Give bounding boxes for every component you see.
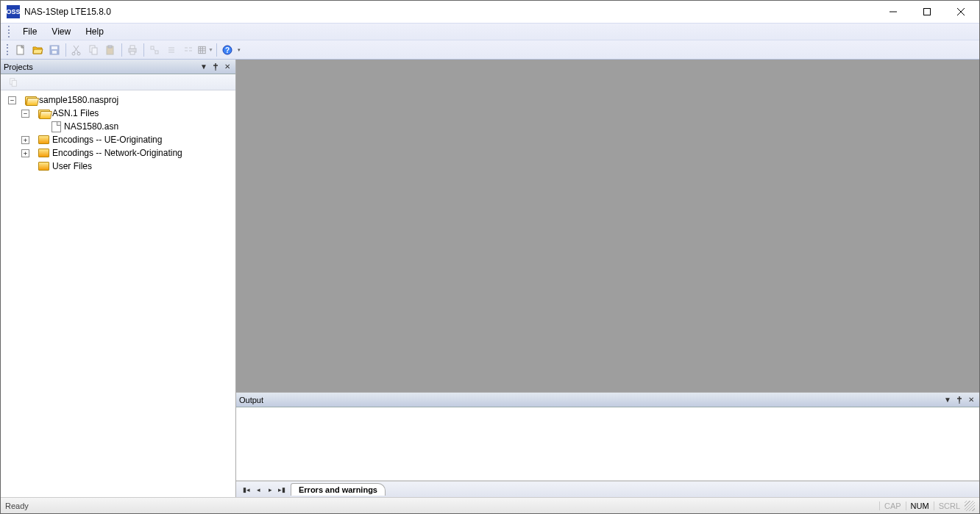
tool-grid-icon[interactable]: ▼ xyxy=(197,42,213,58)
output-pin-icon[interactable] xyxy=(954,395,965,405)
tree-item[interactable]: User Files xyxy=(2,160,234,173)
folder-closed-icon xyxy=(38,149,49,157)
tree-item-label: ASN.1 Files xyxy=(52,108,99,118)
cut-icon[interactable] xyxy=(68,42,85,58)
folder-closed-icon xyxy=(38,135,49,144)
tree-item[interactable]: +Encodings -- UE-Originating xyxy=(2,133,234,146)
panel-dropdown-icon[interactable]: ▼ xyxy=(199,62,209,72)
menu-file[interactable]: File xyxy=(15,24,44,39)
expand-icon[interactable]: + xyxy=(21,136,29,144)
tree-spacer xyxy=(21,163,29,171)
print-icon[interactable] xyxy=(124,42,141,58)
output-content xyxy=(236,407,979,481)
tree-item[interactable]: +Encodings -- Network-Originating xyxy=(2,146,234,160)
window-title: NAS-1Step LTE15.8.0 xyxy=(24,7,876,17)
status-text: Ready xyxy=(5,501,879,510)
resize-grip-icon[interactable] xyxy=(965,501,975,511)
statusbar: Ready CAP NUM SCRL xyxy=(1,497,979,513)
svg-rect-18 xyxy=(130,51,135,54)
svg-rect-15 xyxy=(108,46,112,48)
output-panel: Output ▼ ✕ ▮◂ ◂ ▸ ▸▮ Errors and warnings xyxy=(236,392,979,497)
open-folder-icon[interactable] xyxy=(29,42,46,58)
output-panel-header: Output ▼ ✕ xyxy=(236,393,979,407)
close-button[interactable] xyxy=(944,1,978,23)
toolbar-grip[interactable] xyxy=(7,44,10,56)
status-num: NUM xyxy=(906,501,934,510)
panel-close-icon[interactable]: ✕ xyxy=(222,62,232,72)
svg-text:?: ? xyxy=(225,46,230,54)
svg-rect-1 xyxy=(924,9,931,15)
tab-next-icon[interactable]: ▸ xyxy=(264,484,276,496)
maximize-button[interactable] xyxy=(910,1,944,23)
output-dropdown-icon[interactable]: ▼ xyxy=(942,395,953,405)
help-icon[interactable]: ? xyxy=(219,42,235,58)
collapse-icon[interactable]: − xyxy=(8,96,16,104)
expand-icon[interactable]: + xyxy=(21,149,29,157)
tool-a-icon[interactable] xyxy=(146,42,163,58)
projects-panel: Projects ▼ ✕ −sample1580.nasproj−ASN.1 F… xyxy=(1,60,236,497)
folder-open-icon xyxy=(38,109,49,118)
new-file-icon[interactable] xyxy=(13,42,29,58)
output-close-icon[interactable]: ✕ xyxy=(966,395,976,405)
tab-errors-warnings[interactable]: Errors and warnings xyxy=(291,483,386,496)
tool-b-icon[interactable] xyxy=(163,42,180,58)
folder-open-icon xyxy=(25,96,36,104)
svg-rect-6 xyxy=(52,46,57,49)
menu-grip[interactable] xyxy=(8,26,11,38)
svg-rect-13 xyxy=(92,48,97,54)
project-tree[interactable]: −sample1580.nasproj−ASN.1 FilesNAS1580.a… xyxy=(1,90,235,497)
tab-prev-icon[interactable]: ◂ xyxy=(252,484,264,496)
svg-rect-29 xyxy=(199,46,205,53)
svg-rect-20 xyxy=(155,51,158,54)
menu-help[interactable]: Help xyxy=(78,24,111,39)
tree-item[interactable]: NAS1580.asn xyxy=(2,120,234,133)
paste-icon[interactable] xyxy=(102,42,118,58)
output-panel-title: Output xyxy=(239,396,941,404)
toolbar-overflow-icon[interactable]: ▾ xyxy=(238,47,241,53)
tree-item-label: Encodings -- Network-Originating xyxy=(52,148,182,158)
svg-rect-7 xyxy=(52,51,57,54)
file-icon xyxy=(52,121,61,132)
projects-toolbar xyxy=(1,74,235,90)
svg-rect-17 xyxy=(130,46,135,49)
tree-item-label: Encodings -- UE-Originating xyxy=(52,135,162,145)
menu-view[interactable]: View xyxy=(44,24,78,39)
output-tabs: ▮◂ ◂ ▸ ▸▮ Errors and warnings xyxy=(236,481,979,497)
tree-item[interactable]: −ASN.1 Files xyxy=(2,107,234,120)
projects-copy-icon[interactable] xyxy=(5,74,21,90)
tab-last-icon[interactable]: ▸▮ xyxy=(276,484,288,496)
status-cap: CAP xyxy=(879,501,906,510)
save-icon[interactable] xyxy=(46,42,63,58)
copy-icon[interactable] xyxy=(85,42,102,58)
svg-rect-19 xyxy=(151,46,154,49)
menubar: File View Help xyxy=(1,23,979,40)
titlebar: OSS NAS-1Step LTE15.8.0 xyxy=(1,1,979,23)
tree-item-label: sample1580.nasproj xyxy=(39,95,118,105)
svg-rect-40 xyxy=(12,80,16,86)
app-icon: OSS xyxy=(7,5,20,18)
collapse-icon[interactable]: − xyxy=(21,110,29,118)
toolbar: ▼ ? ▾ xyxy=(1,40,979,60)
minimize-button[interactable] xyxy=(876,1,910,23)
status-scrl: SCRL xyxy=(934,501,965,510)
tree-item-label: NAS1580.asn xyxy=(64,121,118,132)
svg-line-21 xyxy=(154,49,155,51)
folder-closed-icon xyxy=(38,162,49,171)
projects-panel-header: Projects ▼ ✕ xyxy=(1,60,235,74)
tool-c-icon[interactable] xyxy=(180,42,196,58)
projects-panel-title: Projects xyxy=(4,63,197,71)
tree-item-label: User Files xyxy=(52,161,92,171)
tab-first-icon[interactable]: ▮◂ xyxy=(241,484,252,496)
tree-item[interactable]: −sample1580.nasproj xyxy=(2,93,234,107)
tree-spacer xyxy=(35,123,43,131)
editor-area xyxy=(236,60,979,392)
panel-pin-icon[interactable] xyxy=(210,62,221,72)
